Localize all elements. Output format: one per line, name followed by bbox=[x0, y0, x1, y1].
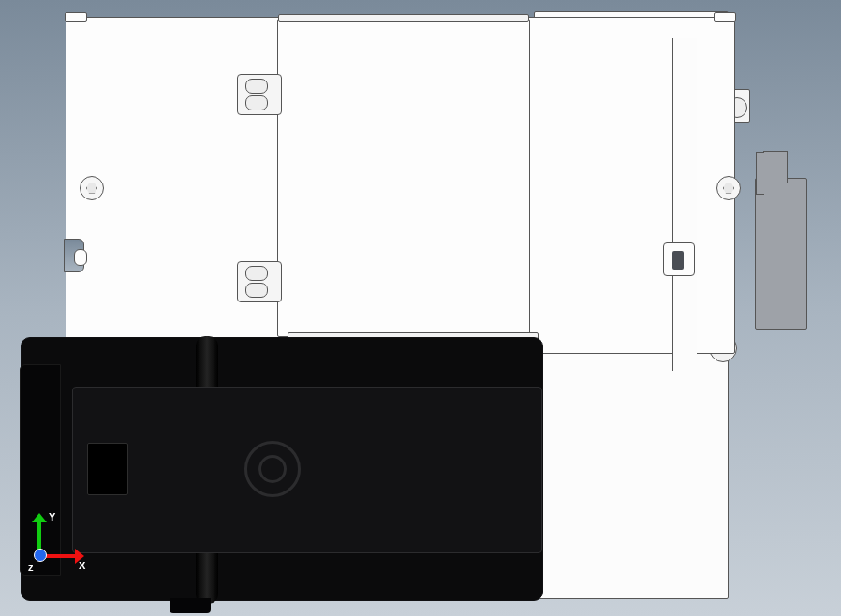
z-axis-label: z bbox=[28, 562, 34, 573]
mount-bracket bbox=[755, 178, 807, 330]
y-axis-arrow-icon bbox=[32, 513, 47, 522]
y-axis-label: Y bbox=[49, 511, 55, 522]
orientation-triad[interactable]: Y X z bbox=[21, 500, 96, 575]
motor-foot bbox=[170, 598, 211, 613]
bracket-hook bbox=[763, 151, 788, 183]
hex-bolt-left bbox=[80, 176, 104, 200]
z-axis-icon bbox=[34, 549, 47, 562]
left-slot bbox=[64, 239, 84, 272]
cad-viewport[interactable]: Y X z bbox=[0, 0, 841, 616]
right-column bbox=[672, 38, 697, 371]
motor-shaft-ring bbox=[244, 441, 301, 497]
hex-bolt-right bbox=[716, 176, 741, 200]
panel-top-lip bbox=[278, 14, 529, 22]
motor-assembly bbox=[21, 337, 543, 601]
inner-panel bbox=[277, 19, 530, 337]
right-slot bbox=[663, 242, 695, 276]
standoff-top bbox=[237, 74, 282, 115]
x-axis-label: X bbox=[79, 560, 85, 571]
motor-face bbox=[72, 387, 542, 553]
standoff-bottom bbox=[237, 261, 282, 302]
motor-port bbox=[87, 443, 128, 495]
